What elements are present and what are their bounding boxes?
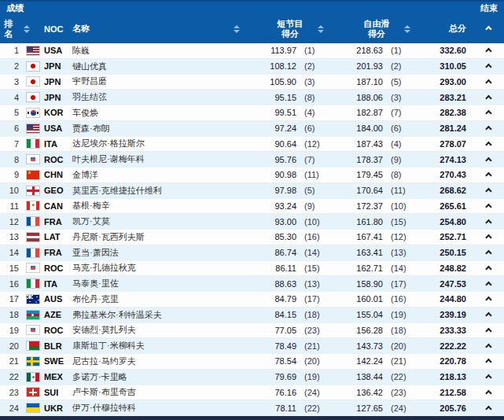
athlete-name: 尼古拉·马约罗夫 [72, 356, 241, 367]
table-row[interactable]: 14 FRA 亚当·萧因法 86.74 (14) 163.41 (13) 250… [0, 245, 504, 261]
expand-row-chevron-up-icon[interactable] [485, 157, 491, 163]
table-row[interactable]: 24 UKR 伊万·什穆拉特科 78.11 (22) 127.65 (24) 2… [0, 400, 504, 416]
noc-cell: ITA [44, 279, 72, 289]
sort-total-chevron-up-icon[interactable] [485, 25, 491, 31]
table-row[interactable]: 19 ROC 安德烈·莫扎列夫 77.05 (23) 156.28 (18) 2… [0, 323, 504, 339]
expand-row-chevron-up-icon[interactable] [485, 281, 491, 287]
table-row[interactable]: 20 BLR 康斯坦丁·米柳科夫 78.49 (21) 143.73 (20) … [0, 338, 504, 354]
table-row[interactable]: 3 JPN 宇野昌磨 105.90 (3) 187.10 (5) 293.00 [0, 75, 504, 90]
column-rank: 排 名 [0, 19, 24, 39]
flag-icon [27, 341, 39, 350]
sort-free-skate-icon[interactable] [404, 25, 410, 33]
rank-cell: 24 [0, 403, 24, 413]
expand-row-chevron-up-icon[interactable] [485, 266, 491, 272]
table-row[interactable]: 1 USA 陈巍 113.97 (1) 218.63 (1) 332.60 [0, 43, 504, 59]
expand-row-chevron-up-icon[interactable] [485, 359, 491, 365]
expand-row-chevron-up-icon[interactable] [485, 48, 491, 54]
flag-icon [27, 124, 39, 133]
free-skate-rank: (6) [383, 123, 414, 133]
free-skate-score: 182.87 [328, 108, 383, 117]
table-row[interactable]: 6 USA 贾森·布朗 97.24 (6) 184.00 (6) 281.24 [0, 121, 504, 137]
table-row[interactable]: 11 CAN 基根·梅辛 93.24 (9) 172.37 (10) 265.6… [0, 199, 504, 215]
table-row[interactable]: 10 GEO 莫里西·克维捷拉什维利 97.98 (5) 170.64 (11)… [0, 183, 504, 199]
table-row[interactable]: 5 KOR 车俊焕 99.51 (4) 182.87 (7) 282.38 [0, 105, 504, 121]
table-row[interactable]: 22 MEX 多诺万·卡里略 79.69 (19) 138.44 (22) 21… [0, 370, 504, 385]
short-program-score: 97.98 [241, 186, 296, 195]
expand-row-chevron-up-icon[interactable] [485, 204, 491, 210]
total-score: 218.13 [414, 372, 471, 381]
total-score: 283.21 [414, 93, 471, 102]
short-program-score: 90.64 [241, 139, 296, 149]
expand-row-chevron-up-icon[interactable] [485, 126, 491, 132]
rank-cell: 15 [0, 263, 24, 273]
rank-cell: 10 [0, 186, 24, 195]
expand-row-chevron-up-icon[interactable] [485, 312, 491, 319]
athlete-name: 叶夫根尼·谢梅年科 [72, 153, 241, 165]
sort-name-icon[interactable] [234, 25, 240, 33]
noc-cell: ROC [44, 155, 72, 164]
expand-row-chevron-up-icon[interactable] [485, 172, 491, 179]
expand-row-chevron-up-icon[interactable] [485, 142, 491, 148]
table-row[interactable]: 4 JPN 羽生结弦 95.15 (8) 188.06 (3) 283.21 [0, 90, 504, 105]
table-row[interactable]: 13 LAT 丹尼斯·瓦西列夫斯 85.30 (16) 167.41 (12) … [0, 230, 504, 245]
expand-row-chevron-up-icon[interactable] [485, 234, 491, 241]
short-program-rank: (3) [296, 77, 328, 87]
table-row[interactable]: 17 AUS 布伦丹·克里 84.79 (17) 160.01 (16) 244… [0, 292, 504, 308]
table-row[interactable]: 16 ITA 马泰奥·里佐 88.63 (13) 158.90 (17) 247… [0, 276, 504, 292]
athlete-name: 亚当·萧因法 [72, 247, 241, 259]
expand-row-chevron-up-icon[interactable] [485, 250, 491, 256]
sort-short-program-icon[interactable] [318, 25, 324, 33]
free-skate-score: 158.90 [328, 279, 383, 289]
total-score: 265.61 [414, 201, 471, 211]
expand-row-chevron-up-icon[interactable] [485, 64, 491, 70]
expand-row-chevron-up-icon[interactable] [485, 374, 491, 381]
free-skate-rank: (24) [383, 403, 414, 413]
free-skate-score: 138.44 [328, 372, 383, 381]
noc-cell: CAN [44, 201, 72, 211]
short-program-rank: (10) [296, 217, 328, 227]
expand-row-chevron-up-icon[interactable] [485, 219, 491, 225]
expand-row-chevron-up-icon[interactable] [485, 79, 491, 86]
expand-row-chevron-up-icon[interactable] [485, 343, 491, 349]
table-row[interactable]: 18 AZE 弗拉基米尔·利特温采夫 84.15 (18) 155.04 (19… [0, 308, 504, 323]
free-skate-score: 218.63 [328, 46, 383, 55]
flag-icon [27, 249, 39, 257]
athlete-name: 弗拉基米尔·利特温采夫 [72, 309, 241, 321]
table-row[interactable]: 8 ROC 叶夫根尼·谢梅年科 95.76 (7) 178.37 (9) 274… [0, 152, 504, 168]
short-program-rank: (16) [296, 232, 328, 241]
expand-row-chevron-up-icon[interactable] [485, 94, 491, 101]
free-skate-score: 172.37 [328, 201, 383, 211]
table-row[interactable]: 21 SWE 尼古拉·马约罗夫 78.54 (20) 142.24 (21) 2… [0, 354, 504, 370]
noc-cell: ROC [44, 326, 72, 335]
flag-icon [27, 93, 39, 101]
table-row[interactable]: 23 SUI 卢卡斯·布里奇吉 76.16 (24) 136.42 (23) 2… [0, 385, 504, 401]
expand-row-chevron-up-icon[interactable] [485, 188, 491, 194]
total-score: 220.78 [414, 356, 471, 366]
table-row[interactable]: 12 FRA 凯万·艾莫 93.00 (10) 161.80 (15) 254.… [0, 214, 504, 230]
expand-row-chevron-up-icon[interactable] [485, 297, 491, 303]
total-score: 268.62 [414, 186, 471, 195]
expand-row-chevron-up-icon[interactable] [485, 110, 491, 116]
flag-icon [27, 233, 39, 241]
table-row[interactable]: 15 ROC 马克·孔德拉秋克 86.11 (15) 162.71 (14) 2… [0, 261, 504, 277]
rank-cell: 14 [0, 248, 24, 257]
short-program-score: 105.90 [241, 77, 296, 87]
results-panel: 成绩 结束 排 名 NOC 名称 短节目 得分 自由滑 得分 总分 1 USA [0, 0, 504, 420]
noc-cell: AUS [44, 294, 72, 304]
athlete-name: 马克·孔德拉秋克 [72, 262, 241, 274]
expand-row-chevron-up-icon[interactable] [485, 390, 491, 396]
expand-row-chevron-up-icon[interactable] [485, 405, 491, 411]
free-skate-score: 178.37 [328, 155, 383, 164]
table-row[interactable]: 9 CHN 金博洋 90.98 (11) 179.45 (8) 270.43 [0, 168, 504, 183]
sort-rank-icon[interactable] [24, 25, 30, 33]
table-row[interactable]: 7 ITA 达尼埃尔·格拉斯尔 90.64 (12) 187.43 (4) 27… [0, 137, 504, 153]
expand-row-chevron-up-icon[interactable] [485, 328, 491, 334]
table-row[interactable]: 2 JPN 键山优真 108.12 (2) 201.93 (2) 310.05 [0, 59, 504, 75]
athlete-name: 达尼埃尔·格拉斯尔 [72, 138, 241, 149]
free-skate-rank: (13) [383, 248, 414, 257]
short-program-score: 78.11 [241, 403, 296, 413]
free-skate-rank: (12) [383, 232, 414, 241]
total-score: 282.38 [414, 108, 471, 117]
rank-cell: 12 [0, 217, 24, 227]
athlete-name: 宇野昌磨 [72, 76, 241, 87]
